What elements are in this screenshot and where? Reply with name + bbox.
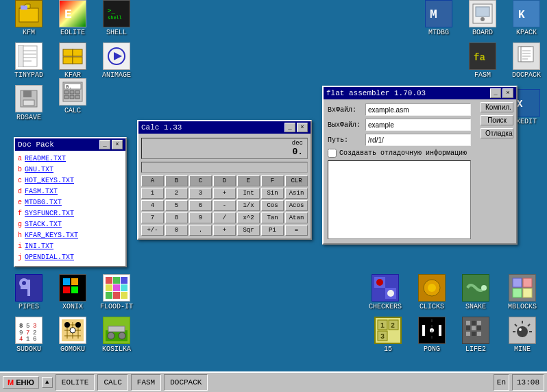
icon-eolite[interactable]: E EOLITE [51,0,95,36]
icon-floodit[interactable]: FLOOD-IT [95,274,138,310]
calc-key-0[interactable]: 0 [165,225,188,236]
fasm-window: flat assembler 1.70.03 _ × ВхФайл: ВыхФа… [322,86,518,245]
calc-key-sin[interactable]: Sin [261,188,284,199]
calc-key-tan[interactable]: Tan [261,212,284,223]
icon-15[interactable]: 1 2 3 15 [366,317,410,353]
icon-rdsave[interactable]: RDSAVE [7,85,51,121]
fasm-output-field[interactable] [365,119,471,131]
docpack-list-item[interactable]: bGNU.TXT [18,164,123,175]
start-button[interactable]: МЕНЮ [3,376,39,389]
calc-key-9[interactable]: 9 [189,212,212,223]
fasm-debug-btn[interactable]: Отладка [481,128,513,138]
svg-text:5: 5 [26,323,29,330]
icon-calc-desktop[interactable]: 0. CALC [51,78,95,114]
icon-kfm[interactable]: KFM [7,0,51,36]
calc-key-sqr[interactable]: Sqr [237,225,260,236]
docpack-window: Doc Pack _ × aREADME.TXTbGNU.TXTcHOT_KEY… [14,137,127,267]
taskbar-app-eolite[interactable]: EOLITE [56,374,95,391]
calc-key-4[interactable]: 4 [141,200,164,211]
calc-key-[interactable]: = [285,225,308,236]
calc-key-int[interactable]: Int [237,188,260,199]
docpack-list-item[interactable]: dFASM.TXT [18,186,123,197]
calc-minimize-btn[interactable]: _ [284,123,295,132]
docpack-list-item[interactable]: iINI.TXT [18,241,123,252]
calc-key-8[interactable]: 8 [165,212,188,223]
taskbar-app-calc[interactable]: CALC [97,374,127,391]
docpack-list-item[interactable]: fSYSFUNCR.TXT [18,208,123,219]
calc-key-[interactable]: . [189,225,212,236]
taskbar-app-fasm[interactable]: FASM [131,374,161,391]
icon-docpack-desktop[interactable]: DOCPACK [505,42,547,79]
docpack-list-item[interactable]: cHOT_KEYS.TXT [18,175,123,186]
fasm-path-field[interactable] [365,134,471,146]
taskbar-arrow[interactable]: ▲ [42,377,53,388]
icon-mtdbg[interactable]: M MTDBG [417,0,461,36]
calc-key-[interactable]: + [213,225,236,236]
taskbar-lang[interactable]: En [494,374,509,391]
calc-key-acos[interactable]: Acos [285,200,308,211]
taskbar: МЕНЮ ▲ EOLITE CALC FASM DOCPACK En 13:08 [0,371,547,392]
icon-mblocks[interactable]: MBLOCKS [500,274,544,310]
fasm-compile-btn[interactable]: Компил. [481,102,513,112]
calc-key-asin[interactable]: Asin [285,188,308,199]
taskbar-app-docpack[interactable]: DOCPACK [164,374,208,391]
fasm-minimize-btn[interactable]: _ [490,88,501,98]
icon-pipes[interactable]: PIPES [7,274,51,310]
calc-key-3[interactable]: 3 [189,188,212,199]
docpack-minimize-btn[interactable]: _ [99,140,110,149]
icon-clicks[interactable]: CLICKS [410,274,454,310]
calc-key-[interactable]: / [213,212,236,223]
icon-sudoku[interactable]: 8 5 3 9 7 2 4 1 6 SUDOKU [7,317,51,353]
calc-key-1[interactable]: 1 [141,188,164,199]
docpack-list-item[interactable]: gSTACK.TXT [18,219,123,230]
icon-snake[interactable]: SNAKE [454,274,498,310]
icon-life2[interactable]: LIFE2 [454,317,498,353]
icon-checkers[interactable]: CHECKERS [363,274,407,310]
icon-mine[interactable]: MINE [500,317,544,353]
icon-kfar[interactable]: KFAR [51,42,95,79]
calc-key-pi[interactable]: Pi [261,225,284,236]
fasm-close-btn[interactable]: × [502,88,513,98]
svg-point-96 [64,322,70,328]
icon-kpack[interactable]: K KPACK [505,0,547,36]
icon-pong[interactable]: PONG [410,317,454,353]
svg-rect-16 [73,57,82,64]
fasm-find-btn[interactable]: Поиск [481,115,513,125]
icon-kosilka[interactable]: KOSILKA [95,317,138,353]
icon-gomoku[interactable]: GOMOKU [51,317,95,353]
calc-key-[interactable]: + [213,188,236,199]
calc-key-[interactable]: - [213,200,236,211]
docpack-list-item[interactable]: aREADME.TXT [18,154,123,164]
icon-shell[interactable]: >_shell SHELL [95,0,138,36]
icon-rdsave-label: RDSAVE [16,114,41,121]
calc-close-btn[interactable]: × [297,123,308,132]
icon-clicks-label: CLICKS [420,303,444,310]
calc-key-5[interactable]: 5 [165,200,188,211]
fasm-checkbox[interactable] [328,149,337,158]
fasm-input-field[interactable] [365,103,471,116]
docpack-list-item[interactable]: hKFAR_KEYS.TXT [18,230,123,241]
svg-rect-103 [108,326,125,332]
icon-animage[interactable]: ANIMAGE [95,42,138,79]
icon-board[interactable]: BOARD [461,0,505,36]
icon-fasm-desktop-label: FASM [474,71,491,79]
icon-fasm-desktop[interactable]: fa FASM [461,42,505,79]
icon-animage-label: ANIMAGE [102,71,131,79]
icon-tinypad[interactable]: TINYPAD [7,42,51,79]
docpack-close-btn[interactable]: × [112,140,123,149]
calc-key-6[interactable]: 6 [189,200,212,211]
calc-display: dec 0. [141,138,308,159]
docpack-list: aREADME.TXTbGNU.TXTcHOT_KEYS.TXTdFASM.TX… [15,151,125,266]
calc-key-7[interactable]: 7 [141,212,164,223]
calc-key-2[interactable]: 2 [165,188,188,199]
calc-key-x2[interactable]: x^2 [237,212,260,223]
calc-key-atan[interactable]: Atan [285,212,308,223]
calc-input-field[interactable] [141,162,308,173]
docpack-list-item[interactable]: jOPENDIAL.TXT [18,252,123,263]
calc-key-[interactable]: +/- [141,225,164,236]
fasm-titlebar: flat assembler 1.70.03 _ × [324,87,516,99]
calc-key-1x[interactable]: 1/x [237,200,260,211]
calc-key-cos[interactable]: Cos [261,200,284,211]
icon-xonix[interactable]: XONIX [51,274,95,310]
docpack-list-item[interactable]: eMTDBG.TXT [18,197,123,208]
